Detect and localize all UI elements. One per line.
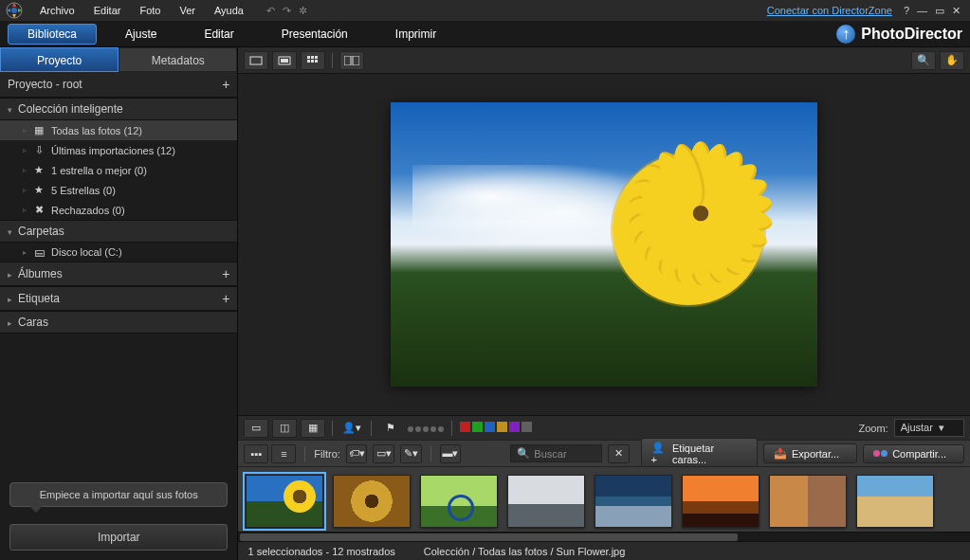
thumb-size-small-icon[interactable]: ▪▪▪ <box>244 444 268 463</box>
disk-icon: 🖴 <box>32 246 46 258</box>
settings-icon[interactable]: ✲ <box>299 5 307 17</box>
tree-item[interactable]: ▹✖Rechazados (0) <box>0 200 237 220</box>
sidebar: Proyecto Metadatos Proyecto - root + ▾Co… <box>0 47 238 560</box>
thumbnail[interactable] <box>682 475 760 528</box>
svg-rect-10 <box>315 60 318 63</box>
minimize-icon[interactable]: — <box>917 5 927 17</box>
tag-faces-button[interactable]: 👤+Etiquetar caras... <box>641 438 758 469</box>
item-label: 1 estrella o mejor (0) <box>51 165 147 176</box>
tree-item[interactable]: ▹▦Todas las fotos (12) <box>0 120 237 140</box>
pan-tool-icon[interactable]: ✋ <box>940 51 964 70</box>
menu-editar[interactable]: Editar <box>84 2 131 19</box>
thumbnail-scrollbar[interactable] <box>238 532 970 541</box>
tree-item[interactable]: ▹⇩Últimas importaciones (12) <box>0 140 237 160</box>
color-swatch[interactable] <box>460 422 470 432</box>
stack-icon[interactable]: ▬▾ <box>440 444 462 463</box>
nav-biblioteca[interactable]: Biblioteca <box>8 24 97 45</box>
svg-rect-8 <box>307 60 310 63</box>
nav-editar[interactable]: Editar <box>185 25 252 44</box>
svg-rect-6 <box>311 56 314 59</box>
filter-rating-icon[interactable]: ✎▾ <box>400 444 422 463</box>
layout-split-icon[interactable]: ◫ <box>272 419 297 438</box>
add-project-button[interactable]: + <box>222 77 229 92</box>
svg-rect-11 <box>344 56 351 65</box>
help-icon[interactable]: ? <box>904 5 909 17</box>
close-icon[interactable]: ✕ <box>952 5 961 17</box>
directorzone-link[interactable]: Conectar con DirectorZone <box>767 5 892 16</box>
color-swatch[interactable] <box>472 422 483 432</box>
chevron-right-icon: ▹ <box>23 166 27 174</box>
thumb-size-large-icon[interactable]: ≡ <box>271 444 296 463</box>
color-swatch[interactable] <box>522 422 532 432</box>
face-tag-icon[interactable]: 👤▾ <box>339 419 364 438</box>
tree-item[interactable]: ▹★5 Estrellas (0) <box>0 180 237 200</box>
nav-presentacion[interactable]: Presentación <box>263 25 367 44</box>
thumbnail[interactable] <box>246 475 323 528</box>
import-tooltip: Empiece a importar aquí sus fotos <box>9 482 228 507</box>
item-icon: ★ <box>32 184 46 196</box>
app-logo <box>4 0 25 21</box>
section-albumes[interactable]: ▸Álbumes + <box>0 262 237 286</box>
menu-ayuda[interactable]: Ayuda <box>205 2 253 19</box>
chevron-down-icon: ▾ <box>8 105 12 115</box>
nav-ajuste[interactable]: Ajuste <box>106 25 175 44</box>
layout-single-icon[interactable]: ▭ <box>244 419 268 438</box>
import-button[interactable]: Importar <box>9 524 228 551</box>
flag-icon[interactable]: ⚑ <box>378 419 403 438</box>
undo-icon[interactable]: ↶ <box>266 5 275 17</box>
filter-flag-icon[interactable]: 🏷▾ <box>346 444 368 463</box>
item-icon: ▦ <box>32 124 46 136</box>
share-button[interactable]: Compartir... <box>863 444 964 463</box>
nav-imprimir[interactable]: Imprimir <box>376 25 455 44</box>
workspace-nav: Biblioteca Ajuste Editar Presentación Im… <box>0 21 970 47</box>
filter-label-icon[interactable]: ▭▾ <box>373 444 394 463</box>
chevron-right-icon: ▸ <box>8 295 12 304</box>
menu-archivo[interactable]: Archivo <box>30 2 84 19</box>
tab-proyecto[interactable]: Proyecto <box>0 47 119 72</box>
menu-ver[interactable]: Ver <box>170 2 205 19</box>
item-icon: ★ <box>32 164 46 176</box>
zoom-select[interactable]: Ajustar ▾ <box>894 419 964 437</box>
section-caras[interactable]: ▸Caras <box>0 311 237 334</box>
preview-pane[interactable] <box>238 74 970 415</box>
add-album-button[interactable]: + <box>222 266 229 281</box>
section-etiqueta[interactable]: ▸Etiqueta + <box>0 286 237 311</box>
menu-foto[interactable]: Foto <box>130 2 170 19</box>
color-labels[interactable] <box>459 422 533 434</box>
thumbnail[interactable] <box>856 475 934 528</box>
tree-item[interactable]: ▹★1 estrella o mejor (0) <box>0 160 237 180</box>
color-swatch[interactable] <box>497 422 507 432</box>
project-title: Proyecto - root <box>8 78 82 91</box>
chevron-right-icon: ▹ <box>23 186 27 194</box>
svg-rect-2 <box>250 57 262 64</box>
color-swatch[interactable] <box>485 422 495 432</box>
item-label: Todas las fotos (12) <box>51 125 142 136</box>
thumbnail[interactable] <box>595 475 672 528</box>
view-single-icon[interactable] <box>244 51 268 70</box>
thumbnail[interactable] <box>420 475 498 528</box>
chevron-right-icon: ▸ <box>8 270 12 280</box>
redo-icon[interactable]: ↷ <box>283 5 291 17</box>
tab-metadatos[interactable]: Metadatos <box>119 47 237 72</box>
export-button[interactable]: 📤Exportar... <box>763 443 857 463</box>
rating-dots[interactable] <box>407 423 445 434</box>
item-label: Rechazados (0) <box>51 205 125 216</box>
section-smart-collection[interactable]: ▾Colección inteligente <box>0 98 237 120</box>
thumbnail[interactable] <box>507 475 585 528</box>
tree-item[interactable]: ▸🖴Disco local (C:) <box>0 243 237 262</box>
view-compare-icon[interactable] <box>339 51 364 70</box>
maximize-icon[interactable]: ▭ <box>935 5 944 17</box>
add-tag-button[interactable]: + <box>222 291 229 306</box>
export-icon: 📤 <box>774 447 787 460</box>
color-swatch[interactable] <box>509 422 520 432</box>
zoom-tool-icon[interactable]: 🔍 <box>911 51 936 70</box>
view-grid-icon[interactable] <box>301 51 325 70</box>
search-input[interactable]: 🔍 Buscar <box>510 444 602 462</box>
section-carpetas[interactable]: ▾Carpetas <box>0 220 237 243</box>
layout-grid-icon[interactable]: ▦ <box>301 419 325 438</box>
thumbnail[interactable] <box>333 475 411 528</box>
clear-search-icon[interactable]: ✕ <box>608 444 630 463</box>
chevron-down-icon: ▾ <box>8 227 12 237</box>
thumbnail[interactable] <box>769 475 847 528</box>
view-fit-icon[interactable] <box>272 51 297 70</box>
